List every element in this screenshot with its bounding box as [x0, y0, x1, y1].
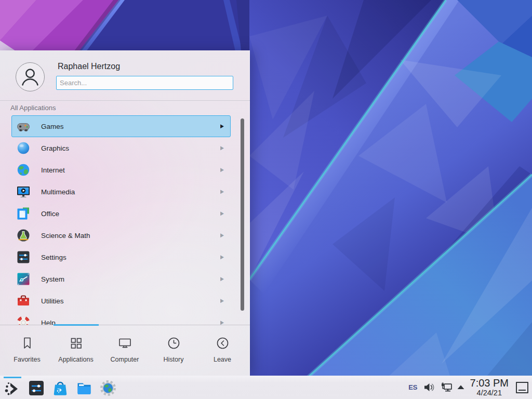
menu-item-multimedia[interactable]: Multimedia▶ [11, 181, 231, 203]
taskbar-web-browser-button[interactable] [100, 380, 116, 396]
menu-item-label: System [41, 275, 220, 283]
leave-icon [216, 336, 230, 352]
menu-item-help[interactable]: Help▶ [11, 312, 231, 325]
tab-leave[interactable]: Leave [198, 336, 246, 363]
menu-item-label: Graphics [41, 144, 220, 152]
menu-item-games[interactable]: Games▶ [11, 115, 231, 137]
show-desktop-button[interactable] [516, 382, 528, 393]
taskbar-discover-button[interactable] [52, 380, 69, 396]
taskbar-app-launcher-button[interactable] [4, 380, 21, 396]
menu-item-utilities[interactable]: Utilities▶ [11, 290, 231, 312]
submenu-arrow-icon: ▶ [220, 276, 224, 282]
tab-label: Favorites [14, 356, 40, 363]
taskbar-app-icons [0, 376, 116, 399]
menu-item-label: Science & Math [41, 232, 220, 240]
office-icon [17, 207, 30, 220]
tab-label: Applications [58, 356, 93, 363]
tab-label: History [164, 356, 184, 363]
favorites-icon [20, 336, 34, 352]
section-label: All Applications [10, 104, 56, 112]
search-input[interactable] [56, 76, 233, 90]
system-icon [17, 272, 30, 286]
science-icon [17, 229, 30, 242]
kde-launcher-icon [4, 380, 21, 396]
menu-item-system[interactable]: System▶ [11, 268, 231, 290]
menu-item-internet[interactable]: Internet▶ [11, 159, 231, 181]
internet-icon [17, 163, 30, 177]
tab-history[interactable]: History [150, 336, 197, 363]
show-desktop-glyph [518, 390, 526, 391]
system-settings-icon [28, 380, 45, 396]
menu-item-graphics[interactable]: Graphics▶ [11, 137, 231, 159]
taskbar: ES [0, 376, 532, 399]
user-name: Raphael Hertzog [58, 62, 120, 71]
menu-item-science-math[interactable]: Science & Math▶ [11, 224, 231, 246]
active-tab-indicator [54, 324, 99, 326]
submenu-arrow-icon: ▶ [220, 167, 224, 173]
system-tray: ES [408, 378, 532, 397]
tray-expander-arrow-icon[interactable] [457, 385, 464, 390]
submenu-arrow-icon: ▶ [220, 189, 224, 195]
applications-icon [69, 336, 83, 352]
active-app-indicator [4, 377, 21, 378]
graphics-icon [17, 141, 30, 155]
launcher-tab-bar: FavoritesApplicationsComputerHistoryLeav… [0, 325, 250, 376]
clock-time: 7:03 PM [470, 378, 509, 388]
tab-label: Leave [214, 356, 231, 363]
dolphin-folder-icon [76, 380, 92, 396]
tab-applications[interactable]: Applications [52, 336, 100, 363]
taskbar-file-manager-button[interactable] [76, 380, 92, 396]
games-icon [17, 119, 30, 133]
submenu-arrow-icon: ▶ [220, 123, 224, 129]
tab-favorites[interactable]: Favorites [3, 336, 51, 363]
discover-icon [52, 380, 69, 396]
menu-item-office[interactable]: Office▶ [11, 203, 231, 224]
keyboard-layout-indicator[interactable]: ES [408, 383, 417, 391]
computer-icon [118, 336, 132, 352]
menu-item-label: Multimedia [41, 188, 220, 196]
clock-date: 4/24/21 [470, 389, 509, 397]
header-divider [0, 100, 250, 101]
menu-item-label: Games [41, 123, 220, 130]
wired-network-icon[interactable] [441, 382, 453, 393]
help-icon [17, 316, 30, 325]
settings-icon [17, 250, 30, 264]
volume-icon[interactable] [424, 382, 435, 392]
submenu-arrow-icon: ▶ [220, 320, 224, 325]
desktop: Raphael Hertzog All Applications Games▶G… [0, 0, 532, 399]
category-list: Games▶Graphics▶Internet▶Multimedia▶Offic… [11, 115, 231, 325]
menu-item-settings[interactable]: Settings▶ [11, 246, 231, 268]
list-scrollbar[interactable] [241, 118, 244, 311]
menu-item-label: Internet [41, 166, 220, 174]
submenu-arrow-icon: ▶ [220, 210, 224, 217]
tab-label: Computer [111, 356, 139, 363]
submenu-arrow-icon: ▶ [220, 145, 224, 151]
tab-computer[interactable]: Computer [101, 336, 149, 363]
multimedia-icon [17, 185, 30, 198]
user-avatar[interactable] [16, 62, 45, 91]
submenu-arrow-icon: ▶ [220, 254, 224, 260]
menu-item-label: Office [41, 210, 220, 218]
globe-gear-icon [100, 380, 116, 396]
application-launcher-menu: Raphael Hertzog All Applications Games▶G… [0, 50, 250, 376]
submenu-arrow-icon: ▶ [220, 298, 224, 304]
submenu-arrow-icon: ▶ [220, 232, 224, 238]
utilities-icon [17, 294, 30, 308]
menu-item-label: Utilities [41, 297, 220, 305]
taskbar-system-settings-button[interactable] [28, 380, 45, 396]
menu-item-label: Settings [41, 254, 220, 261]
history-icon [167, 336, 181, 352]
user-icon [16, 63, 44, 91]
digital-clock[interactable]: 7:03 PM 4/24/21 [470, 378, 509, 397]
